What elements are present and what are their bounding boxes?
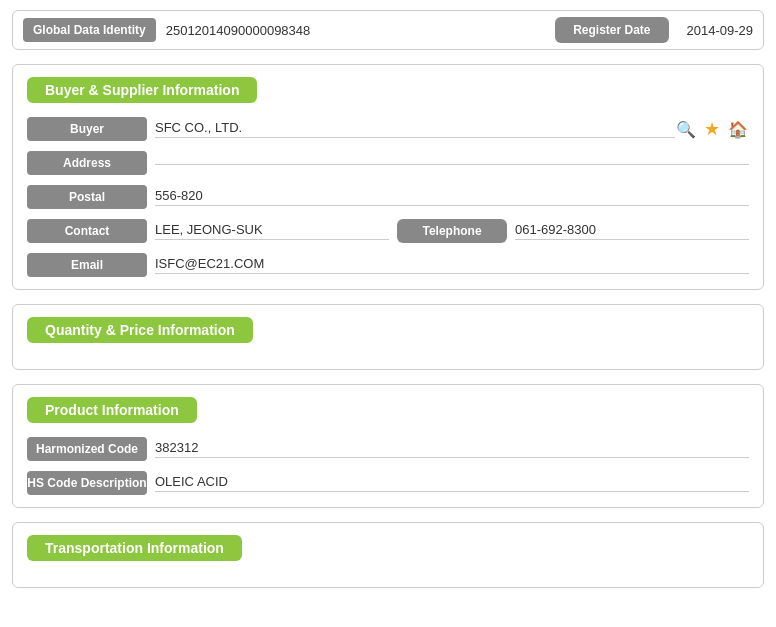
harmonized-code-row: Harmonized Code 382312 [27,437,749,461]
contact-value: LEE, JEONG-SUK [155,222,389,240]
email-value: ISFC@EC21.COM [155,256,749,274]
telephone-button[interactable]: Telephone [397,219,507,243]
harmonized-code-label: Harmonized Code [27,437,147,461]
quantity-price-section-title: Quantity & Price Information [27,317,253,343]
address-value [155,162,749,165]
address-label: Address [27,151,147,175]
quantity-price-section: Quantity & Price Information [12,304,764,370]
postal-label: Postal [27,185,147,209]
contact-telephone-row: Contact LEE, JEONG-SUK Telephone 061-692… [27,219,749,243]
email-label: Email [27,253,147,277]
address-row: Address [27,151,749,175]
contact-label: Contact [27,219,147,243]
hs-code-description-value: OLEIC ACID [155,474,749,492]
buyer-row: Buyer SFC CO., LTD. 🔍 ★ 🏠 [27,117,749,141]
hs-code-description-label: HS Code Description [27,471,147,495]
product-section: Product Information Harmonized Code 3823… [12,384,764,508]
register-date-value: 2014-09-29 [687,23,754,38]
global-data-identity-value: 25012014090000098348 [166,23,545,38]
buyer-supplier-section: Buyer & Supplier Information Buyer SFC C… [12,64,764,290]
action-icons: 🔍 ★ 🏠 [675,118,749,140]
global-data-identity-row: Global Data Identity 2501201409000009834… [12,10,764,50]
hs-code-description-row: HS Code Description OLEIC ACID [27,471,749,495]
harmonized-code-value: 382312 [155,440,749,458]
search-icon[interactable]: 🔍 [675,118,697,140]
register-date-button[interactable]: Register Date [555,17,668,43]
buyer-value: SFC CO., LTD. [155,120,675,138]
transportation-section-title: Transportation Information [27,535,242,561]
global-data-identity-label: Global Data Identity [23,18,156,42]
product-section-title: Product Information [27,397,197,423]
transportation-section: Transportation Information [12,522,764,588]
email-row: Email ISFC@EC21.COM [27,253,749,277]
home-icon[interactable]: 🏠 [727,118,749,140]
buyer-supplier-section-title: Buyer & Supplier Information [27,77,257,103]
postal-row: Postal 556-820 [27,185,749,209]
postal-value: 556-820 [155,188,749,206]
star-icon[interactable]: ★ [701,118,723,140]
buyer-label: Buyer [27,117,147,141]
telephone-value: 061-692-8300 [515,222,749,240]
